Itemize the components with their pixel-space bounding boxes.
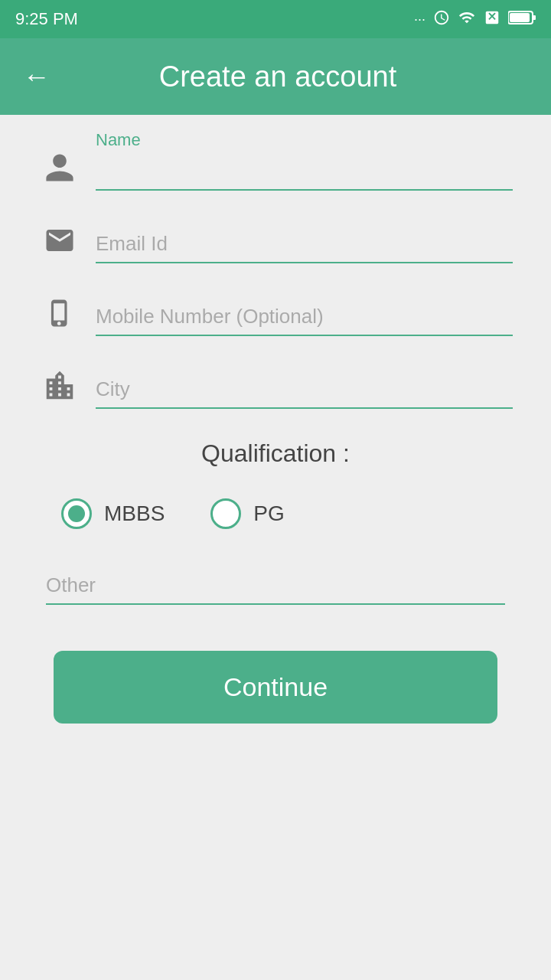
radio-mbbs-outer bbox=[61, 498, 92, 529]
continue-button[interactable]: Continue bbox=[54, 651, 497, 724]
battery-icon bbox=[508, 10, 536, 29]
other-field-wrapper bbox=[38, 567, 513, 605]
radio-pg-label: PG bbox=[253, 501, 284, 526]
radio-mbbs-inner bbox=[68, 505, 85, 522]
person-icon bbox=[38, 149, 80, 191]
mobile-icon bbox=[38, 294, 80, 336]
radio-pg-outer bbox=[210, 498, 241, 529]
name-input[interactable] bbox=[96, 153, 513, 191]
city-input[interactable] bbox=[96, 371, 513, 409]
alarm-icon bbox=[433, 9, 450, 30]
svg-rect-1 bbox=[533, 15, 536, 20]
qualification-section: Qualification : MBBS PG bbox=[38, 439, 513, 605]
name-label: Name bbox=[96, 130, 513, 150]
mobile-input[interactable] bbox=[96, 299, 513, 336]
email-wrapper bbox=[96, 226, 513, 263]
mobile-wrapper bbox=[96, 299, 513, 336]
name-field-row: Name bbox=[38, 130, 513, 191]
svg-rect-2 bbox=[510, 13, 530, 22]
app-bar: ← Create an account bbox=[0, 38, 551, 115]
radio-mbbs-label: MBBS bbox=[104, 501, 165, 526]
name-wrapper: Name bbox=[96, 130, 513, 191]
city-wrapper bbox=[96, 371, 513, 409]
email-field-row bbox=[38, 221, 513, 263]
close-square-icon bbox=[484, 9, 500, 30]
radio-mbbs[interactable]: MBBS bbox=[61, 498, 165, 529]
dots-icon: ··· bbox=[414, 11, 425, 28]
status-bar: 9:25 PM ··· bbox=[0, 0, 551, 38]
form-container: Name bbox=[0, 115, 551, 754]
mobile-field-row bbox=[38, 294, 513, 336]
status-icons: ··· bbox=[414, 9, 536, 30]
back-button[interactable]: ← bbox=[23, 63, 51, 90]
qualification-label: Qualification : bbox=[38, 439, 513, 468]
city-field-row bbox=[38, 367, 513, 409]
radio-group: MBBS PG bbox=[38, 498, 513, 529]
status-time: 9:25 PM bbox=[15, 9, 78, 29]
radio-pg[interactable]: PG bbox=[210, 498, 284, 529]
city-icon bbox=[38, 367, 80, 409]
wifi-icon bbox=[458, 9, 476, 30]
page-title: Create an account bbox=[73, 60, 482, 93]
email-input[interactable] bbox=[96, 226, 513, 263]
other-input[interactable] bbox=[46, 567, 505, 605]
email-icon bbox=[38, 221, 80, 263]
